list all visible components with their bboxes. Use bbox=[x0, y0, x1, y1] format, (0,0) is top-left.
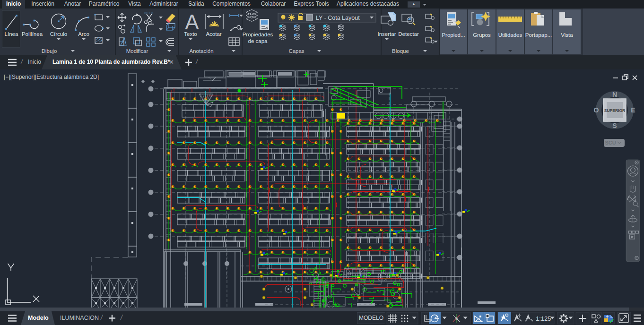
svg-text:E: E bbox=[631, 106, 635, 114]
svg-text:[−][Superior][Estructura alámb: [−][Superior][Estructura alámbrica 2D] bbox=[4, 74, 99, 80]
svg-text:1:125: 1:125 bbox=[536, 315, 551, 322]
svg-text:A: A bbox=[185, 10, 199, 34]
svg-text:N: N bbox=[612, 91, 617, 98]
svg-text:S: S bbox=[612, 122, 617, 129]
svg-text:SUPERIOR: SUPERIOR bbox=[604, 108, 625, 113]
svg-text:O: O bbox=[594, 106, 599, 114]
svg-text:SCU: SCU bbox=[605, 140, 616, 145]
svg-text:LY - Cota Layout: LY - Cota Layout bbox=[316, 15, 360, 21]
